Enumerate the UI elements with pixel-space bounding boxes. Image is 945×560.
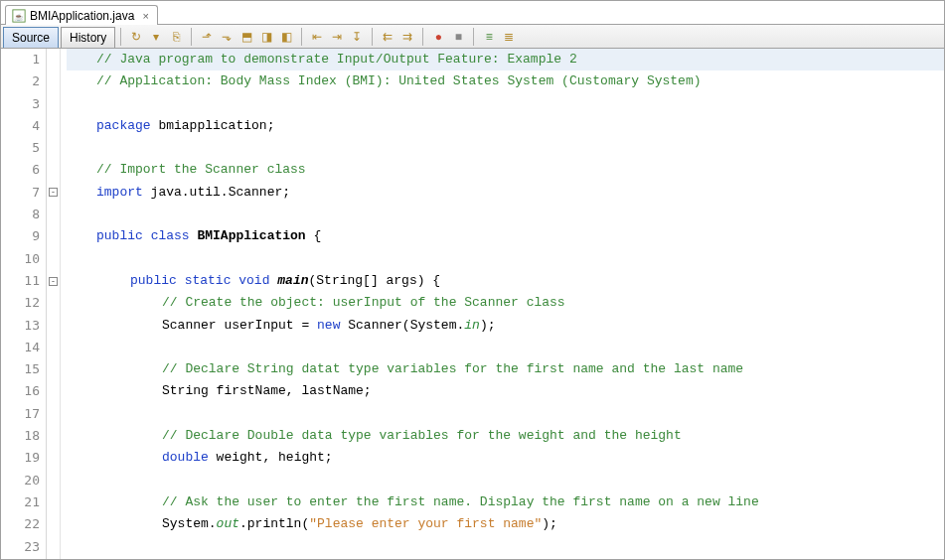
stop-icon[interactable]: ● <box>429 28 447 46</box>
line-number: 12 <box>1 292 40 314</box>
line-number: 23 <box>1 536 40 558</box>
dropdown-icon[interactable]: ▾ <box>147 28 165 46</box>
code-line[interactable]: // Declare Double data type variables fo… <box>67 425 944 447</box>
java-file-icon: ☕ <box>12 9 26 23</box>
code-line[interactable]: // Declare String datat type variables f… <box>67 358 944 380</box>
fold-cell[interactable]: - <box>47 182 60 204</box>
code-line[interactable]: // Import the Scanner class <box>67 159 944 181</box>
code-line[interactable]: System.out.println("Please enter your fi… <box>67 513 944 535</box>
uncomment-icon[interactable]: ⇉ <box>398 28 416 46</box>
fold-cell <box>47 470 60 491</box>
code-line[interactable]: public class BMIApplication { <box>67 225 944 247</box>
line-number-gutter: 1234567891011121314151617181920212223 <box>1 49 47 559</box>
shift-left-icon[interactable]: ⇤ <box>308 28 326 46</box>
code-line[interactable] <box>67 137 944 159</box>
code-line[interactable] <box>67 536 944 558</box>
file-tab-label: BMIApplication.java <box>30 9 134 23</box>
shift-right-icon[interactable]: ⇥ <box>328 28 346 46</box>
close-tab-icon[interactable]: × <box>142 10 148 22</box>
code-line[interactable] <box>67 93 944 115</box>
line-number: 17 <box>1 403 40 425</box>
find-sel-prev-icon[interactable]: ⬏ <box>198 28 216 46</box>
code-editor[interactable]: 1234567891011121314151617181920212223 --… <box>1 49 944 559</box>
fold-toggle-icon[interactable]: - <box>49 188 58 197</box>
line-number: 20 <box>1 470 40 491</box>
code-line[interactable]: double weight, height; <box>67 447 944 469</box>
toggle-hl-icon[interactable]: ⬒ <box>237 28 255 46</box>
fold-cell <box>47 49 60 70</box>
fold-cell <box>47 93 60 115</box>
code-line[interactable] <box>67 248 944 270</box>
fold-cell <box>47 425 60 447</box>
fold-cell <box>47 137 60 159</box>
code-line[interactable]: import java.util.Scanner; <box>67 182 944 204</box>
line-number: 6 <box>1 159 40 181</box>
fold-cell[interactable]: - <box>47 270 60 292</box>
fold-cell <box>47 225 60 247</box>
line-number: 5 <box>1 137 40 159</box>
reformat-icon[interactable]: ↧ <box>348 28 366 46</box>
code-line[interactable] <box>67 470 944 491</box>
fold-cell <box>47 491 60 513</box>
fold-cell <box>47 358 60 380</box>
file-tab[interactable]: ☕ BMIApplication.java × <box>5 5 158 25</box>
line-number: 18 <box>1 425 40 447</box>
line-number: 9 <box>1 225 40 247</box>
fold-toggle-icon[interactable]: - <box>49 277 58 286</box>
pin-icon[interactable]: ⎘ <box>167 28 185 46</box>
toolbar-separator <box>372 28 373 46</box>
code-line[interactable] <box>67 204 944 225</box>
comment-icon[interactable]: ⇇ <box>379 28 396 46</box>
fold-cell <box>47 513 60 535</box>
prev-bookmark-icon[interactable]: ◨ <box>257 28 275 46</box>
record-icon[interactable]: ■ <box>449 28 467 46</box>
editor-toolbar: Source History ↻▾⎘⬏⬎⬒◨◧⇤⇥↧⇇⇉●■≡≣ <box>1 25 944 49</box>
fold-cell <box>47 292 60 314</box>
line-number: 22 <box>1 513 40 535</box>
code-line[interactable] <box>67 403 944 425</box>
line-number: 3 <box>1 93 40 115</box>
line-number: 14 <box>1 337 40 358</box>
fold-cell <box>47 337 60 358</box>
line-number: 8 <box>1 204 40 225</box>
fold-cell <box>47 159 60 181</box>
file-tab-bar: ☕ BMIApplication.java × <box>1 1 944 25</box>
fold-cell <box>47 403 60 425</box>
diff-next-icon[interactable]: ≣ <box>500 28 518 46</box>
refresh-icon[interactable]: ↻ <box>127 28 145 46</box>
fold-cell <box>47 115 60 137</box>
next-bookmark-icon[interactable]: ◧ <box>277 28 295 46</box>
code-line[interactable]: // Java program to demonstrate Input/Out… <box>67 49 944 70</box>
fold-column[interactable]: -- <box>47 49 61 559</box>
find-sel-next-icon[interactable]: ⬎ <box>218 28 236 46</box>
subtab-source[interactable]: Source <box>3 27 59 48</box>
fold-cell <box>47 248 60 270</box>
fold-cell <box>47 70 60 92</box>
line-number: 7 <box>1 182 40 204</box>
code-line[interactable]: // Create the object: userInput of the S… <box>67 292 944 314</box>
diff-prev-icon[interactable]: ≡ <box>480 28 498 46</box>
line-number: 11 <box>1 270 40 292</box>
code-line[interactable]: Scanner userInput = new Scanner(System.i… <box>67 315 944 337</box>
line-number: 4 <box>1 115 40 137</box>
line-number: 2 <box>1 70 40 92</box>
line-number: 1 <box>1 49 40 70</box>
code-line[interactable]: String firstName, lastName; <box>67 380 944 402</box>
code-line[interactable]: package bmiapplication; <box>67 115 944 137</box>
toolbar-separator <box>473 28 474 46</box>
code-line[interactable]: // Ask the user to enter the first name.… <box>67 491 944 513</box>
toolbar-separator <box>191 28 192 46</box>
code-line[interactable] <box>67 337 944 358</box>
subtab-history[interactable]: History <box>61 27 115 48</box>
code-area[interactable]: // Java program to demonstrate Input/Out… <box>61 49 944 559</box>
fold-cell <box>47 447 60 469</box>
fold-cell <box>47 536 60 558</box>
code-line[interactable]: // Application: Body Mass Index (BMI): U… <box>67 70 944 92</box>
line-number: 15 <box>1 358 40 380</box>
line-number: 16 <box>1 380 40 402</box>
fold-cell <box>47 315 60 337</box>
toolbar-separator <box>422 28 423 46</box>
line-number: 13 <box>1 315 40 337</box>
code-line[interactable]: public static void main(String[] args) { <box>67 270 944 292</box>
toolbar-separator <box>120 28 121 46</box>
